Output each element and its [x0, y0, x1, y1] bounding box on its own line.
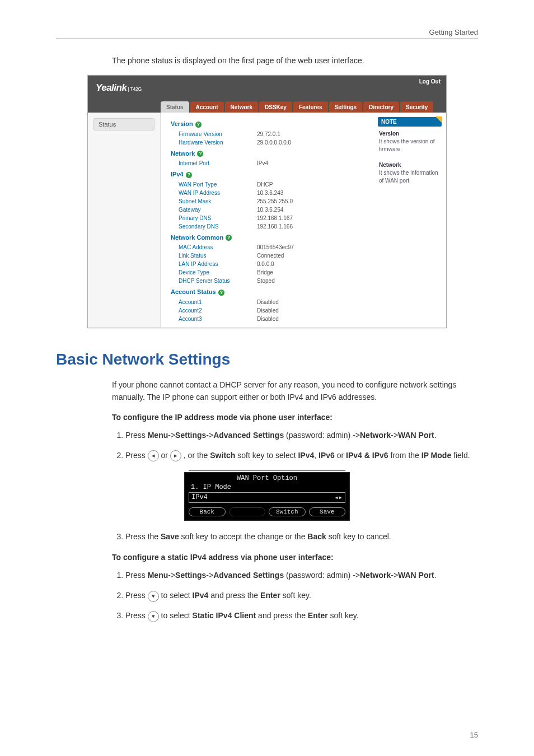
right-arrow-icon: ▸ — [170, 450, 181, 461]
step-3: Press the Save soft key to accept the ch… — [125, 530, 478, 544]
brand-name: Yealink — [96, 82, 127, 93]
lcd-field: IPv4 ◂▸ — [189, 492, 345, 503]
table-row: Primary DNS192.168.1.167 — [171, 214, 368, 222]
brand-logo: Yealink|T42G — [96, 82, 142, 94]
webui-note-panel: NOTE Version It shows the version of fir… — [373, 113, 446, 328]
note-body: Version It shows the version of firmware… — [378, 127, 442, 188]
table-row: Account3Disabled — [171, 315, 368, 323]
webui-tabs: Status Account Network DSSKey Features S… — [88, 98, 446, 113]
section-accounts-head: Account Status? — [171, 288, 368, 296]
sidebar-item-status[interactable]: Status — [93, 118, 154, 130]
table-row: MAC Address00156543ec97 — [171, 243, 368, 251]
lcd-softkeys: Back Switch Save — [189, 505, 345, 520]
page-title: Basic Network Settings — [56, 351, 478, 368]
softkey-empty — [229, 507, 266, 516]
step-b2: Press ▾ to select IPv4 and press the Ent… — [125, 589, 478, 603]
table-row: WAN Port TypeDHCP — [171, 180, 368, 189]
help-icon[interactable]: ? — [226, 235, 232, 241]
table-row: Gateway10.3.6.254 — [171, 206, 368, 214]
table-row: Device TypeBridge — [171, 268, 368, 277]
tab-network[interactable]: Network — [225, 101, 258, 113]
table-row: Firmware Version29.72.0.1 — [171, 130, 368, 138]
table-row: WAN IP Address10.3.6.243 — [171, 189, 368, 197]
help-icon[interactable]: ? — [218, 290, 224, 296]
webui-main: Version? Firmware Version29.72.0.1 Hardw… — [161, 113, 373, 328]
intro-text: The phone status is displayed on the fir… — [112, 56, 478, 65]
help-icon[interactable]: ? — [197, 151, 203, 157]
left-arrow-icon: ◂ — [148, 450, 159, 461]
tab-settings[interactable]: Settings — [329, 101, 362, 113]
table-row: Internet PortIPv4 — [171, 159, 368, 167]
tab-dsskey[interactable]: DSSKey — [259, 101, 292, 113]
brand-model: T42G — [130, 86, 142, 92]
tab-features[interactable]: Features — [293, 101, 328, 113]
help-icon[interactable]: ? — [195, 122, 202, 128]
table-row: Hardware Version29.0.0.0.0.0.0 — [171, 138, 368, 147]
page-number: 15 — [470, 731, 478, 739]
lcd-arrows-icon: ◂▸ — [335, 493, 343, 502]
section-network-head: Network? — [171, 150, 368, 157]
phone-lcd-figure: WAN Port Option 1. IP Mode IPv4 ◂▸ Back … — [184, 472, 350, 521]
table-row: Link StatusConnected — [171, 251, 368, 260]
webui-topbar: Yealink|T42G Log Out — [88, 76, 446, 98]
table-row: Secondary DNS192.168.1.166 — [171, 222, 368, 231]
procedure-b-title: To configure a static IPv4 address via p… — [112, 553, 478, 562]
section-version-head: Version? — [171, 120, 368, 128]
softkey-save[interactable]: Save — [309, 507, 346, 516]
down-arrow-icon: ▾ — [148, 611, 159, 622]
tab-account[interactable]: Account — [190, 101, 224, 113]
header-section-title: Getting Started — [429, 28, 478, 36]
down-arrow-icon: ▾ — [148, 591, 159, 602]
step-b3: Press ▾ to select Static IPv4 Client and… — [125, 609, 478, 623]
table-row: Account2Disabled — [171, 306, 368, 315]
procedure-a-title: To configure the IP address mode via pho… — [112, 413, 478, 422]
webui-sidebar: Status — [88, 113, 161, 328]
note-head: NOTE — [378, 117, 442, 127]
lcd-title: WAN Port Option — [233, 474, 301, 482]
body-paragraph: If your phone cannot contact a DHCP serv… — [112, 379, 478, 404]
help-icon[interactable]: ? — [186, 172, 192, 178]
procedure-a-steps: Press Menu->Settings->Advanced Settings … — [112, 428, 478, 463]
lcd-field-value: IPv4 — [191, 493, 208, 502]
table-row: DHCP Server StatusStoped — [171, 277, 368, 285]
table-row: Subnet Mask255.255.255.0 — [171, 197, 368, 206]
tab-status[interactable]: Status — [161, 101, 189, 113]
logout-link[interactable]: Log Out — [419, 78, 441, 85]
procedure-b-steps: Press Menu->Settings->Advanced Settings … — [112, 568, 478, 623]
section-ipv4-head: IPv4? — [171, 171, 368, 178]
tab-security[interactable]: Security — [400, 101, 433, 113]
softkey-back[interactable]: Back — [189, 507, 226, 516]
section-common-head: Network Common? — [171, 234, 368, 241]
table-row: LAN IP Address0.0.0.0 — [171, 260, 368, 268]
lcd-row-label: 1. IP Mode — [189, 482, 345, 492]
procedure-a-steps-cont: Press the Save soft key to accept the ch… — [112, 530, 478, 544]
step-2: Press ◂ or ▸ , or the Switch soft key to… — [125, 449, 478, 463]
webui-screenshot: Yealink|T42G Log Out Status Account Netw… — [87, 75, 447, 328]
tab-directory[interactable]: Directory — [363, 101, 399, 113]
step-b1: Press Menu->Settings->Advanced Settings … — [125, 568, 478, 583]
page-header: Getting Started — [56, 28, 478, 39]
table-row: Account1Disabled — [171, 298, 368, 306]
softkey-switch[interactable]: Switch — [269, 507, 306, 516]
step-1: Press Menu->Settings->Advanced Settings … — [125, 428, 478, 443]
